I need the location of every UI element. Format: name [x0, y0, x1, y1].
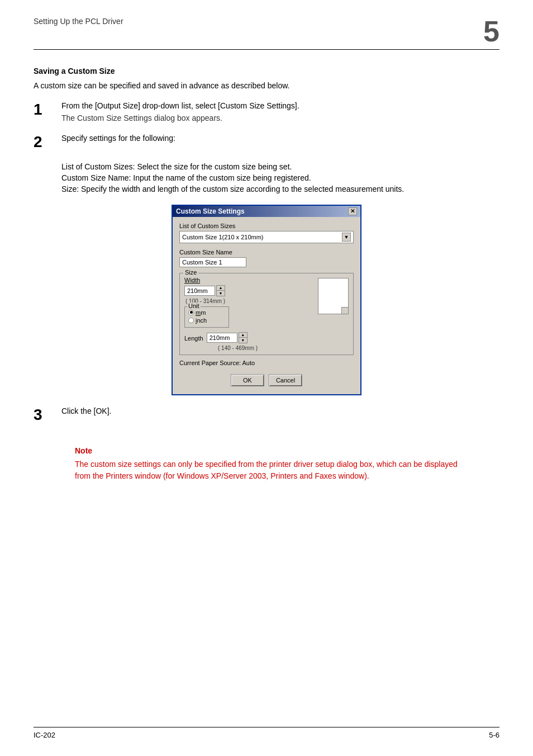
dialog-close-button[interactable]: ✕ [348, 207, 357, 215]
width-range: ( 100 - 314mm ) [185, 298, 313, 304]
list-value: Custom Size 1(210 x 210mm) [182, 234, 264, 240]
size-group: Size Width ▲ ▼ [179, 273, 354, 355]
width-input[interactable] [184, 286, 215, 296]
step-3-container: 3 Click the [OK]. [34, 407, 499, 424]
ok-button[interactable]: OK [231, 374, 264, 386]
step-2-desc1: List of Custom Sizes: Select the size fo… [61, 162, 499, 171]
unit-inch-radio[interactable] [188, 318, 194, 323]
chapter-number: 5 [483, 17, 499, 46]
name-label: Custom Size Name [179, 249, 354, 256]
cancel-button[interactable]: Cancel [269, 374, 302, 386]
length-increment-button[interactable]: ▲ [239, 333, 247, 338]
list-label: List of Custom Sizes [179, 223, 354, 229]
unit-mm-label: mm [196, 309, 206, 316]
unit-legend: Unit [187, 303, 201, 309]
paper-preview [318, 278, 349, 314]
step-2-desc-block: List of Custom Sizes: Select the size fo… [61, 162, 499, 193]
length-row: Length ▲ ▼ [184, 332, 349, 345]
dialog-titlebar: Custom Size Settings ✕ [173, 206, 360, 217]
footer-left: IC-202 [34, 731, 55, 739]
unit-inch-row[interactable]: inch [188, 317, 225, 324]
length-decrement-button[interactable]: ▼ [239, 338, 247, 343]
step-3-main: Click the [OK]. [61, 407, 499, 415]
note-title: Note [75, 446, 458, 455]
header-title: Setting Up the PCL Driver [34, 17, 123, 26]
close-icon: ✕ [350, 208, 355, 214]
intro-text: A custom size can be specified and saved… [34, 81, 499, 90]
step-2-desc2: Custom Size Name: Input the name of the … [61, 173, 499, 182]
page-container: Setting Up the PCL Driver 5 Saving a Cus… [0, 0, 533, 756]
width-increment-button[interactable]: ▲ [217, 286, 225, 291]
step-1-container: 1 From the [Output Size] drop-down list,… [34, 101, 499, 122]
paper-corner [341, 307, 348, 314]
step-3-number: 3 [34, 407, 61, 424]
note-text: The custom size settings can only be spe… [75, 459, 458, 482]
unit-mm-radio[interactable] [188, 310, 194, 315]
step-1-number: 1 [34, 101, 61, 119]
list-dropdown[interactable]: Custom Size 1(210 x 210mm) ▼ [179, 231, 354, 243]
step-1-main: From the [Output Size] drop-down list, s… [61, 101, 499, 110]
step-2-desc3: Size: Specify the width and length of th… [61, 185, 499, 193]
width-decrement-button[interactable]: ▼ [217, 291, 225, 296]
dialog-footer: OK Cancel [179, 371, 354, 389]
step-3-content: Click the [OK]. [61, 407, 499, 419]
step-2-container: 2 Specify settings for the following: [34, 134, 499, 151]
length-label: Length [184, 335, 203, 342]
step-2-content: Specify settings for the following: [61, 134, 499, 146]
length-spinner-row: ▲ ▼ [207, 332, 248, 343]
width-underline: W [184, 277, 190, 284]
step-2-number: 2 [34, 134, 61, 151]
width-label-rest: idth [190, 277, 200, 284]
footer-right: 5-6 [489, 731, 499, 739]
step-2-main: Specify settings for the following: [61, 134, 499, 143]
width-spinner-buttons[interactable]: ▲ ▼ [216, 285, 225, 296]
width-spinner-row: ▲ ▼ [184, 285, 313, 296]
length-range: ( 140 - 469mm ) [218, 345, 349, 351]
width-label: Width [184, 277, 313, 284]
custom-size-settings-dialog[interactable]: Custom Size Settings ✕ List of Custom Si… [172, 205, 361, 395]
dropdown-arrow-icon[interactable]: ▼ [342, 233, 351, 242]
dialog-wrapper: Custom Size Settings ✕ List of Custom Si… [172, 205, 361, 395]
name-input[interactable] [179, 257, 246, 267]
size-legend: Size [183, 269, 198, 276]
unit-mm-row[interactable]: mm [188, 309, 225, 316]
paper-source: Current Paper Source: Auto [179, 360, 354, 366]
unit-inch-label: inch [196, 317, 207, 324]
step-1-content: From the [Output Size] drop-down list, s… [61, 101, 499, 122]
length-spinner-buttons[interactable]: ▲ ▼ [239, 332, 248, 343]
dialog-title: Custom Size Settings [176, 207, 245, 215]
page-header: Setting Up the PCL Driver 5 [34, 17, 499, 50]
dialog-body: List of Custom Sizes Custom Size 1(210 x… [173, 217, 360, 394]
step-1-sub: The Custom Size Settings dialog box appe… [61, 114, 499, 122]
page-footer: IC-202 5-6 [34, 727, 499, 739]
size-row: Width ▲ ▼ ( 100 - 314mm ) [184, 277, 349, 328]
length-input[interactable] [207, 333, 237, 343]
width-section: Width ▲ ▼ ( 100 - 314mm ) [184, 277, 313, 328]
unit-group: Unit mm inch [184, 306, 229, 328]
section-title: Saving a Custom Size [34, 67, 499, 75]
note-box: Note The custom size settings can only b… [67, 441, 466, 488]
